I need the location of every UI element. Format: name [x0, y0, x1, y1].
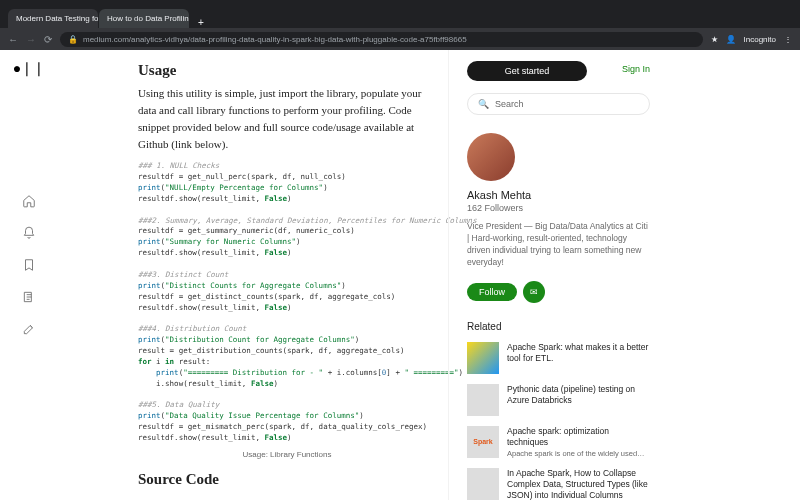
- author-avatar[interactable]: [467, 133, 515, 181]
- address-bar[interactable]: 🔒medium.com/analytics-vidhya/data-profil…: [60, 32, 703, 47]
- related-item[interactable]: SparkApache spark: optimization techniqu…: [467, 426, 650, 458]
- browser-tab-2[interactable]: How to do Data Profiling/Qual…×: [99, 9, 189, 28]
- related-title: Apache Spark: what makes it a better too…: [507, 342, 650, 374]
- lock-icon: 🔒: [68, 35, 78, 44]
- subscribe-icon[interactable]: ✉: [523, 281, 545, 303]
- author-name[interactable]: Akash Mehta: [467, 189, 650, 201]
- get-started-button[interactable]: Get started: [467, 61, 587, 81]
- article-body: Usage Using this utility is simple, just…: [58, 50, 448, 500]
- code-block: ### 1. NULL Checks resultdf = get_null_p…: [138, 161, 436, 444]
- new-tab-button[interactable]: +: [190, 17, 212, 28]
- write-icon[interactable]: [22, 322, 36, 336]
- notifications-icon[interactable]: [22, 226, 36, 240]
- thumbnail-icon: [467, 342, 499, 374]
- related-item[interactable]: Apache Spark: what makes it a better too…: [467, 342, 650, 374]
- related-title: In Apache Spark, How to Collapse Complex…: [507, 468, 650, 500]
- sign-in-link[interactable]: Sign In: [622, 64, 650, 74]
- browser-tab-1[interactable]: Modern Data Testing for PySp…×: [8, 9, 98, 28]
- incognito-icon: 👤: [726, 35, 736, 44]
- browser-tabstrip: Modern Data Testing for PySp…× How to do…: [0, 0, 800, 28]
- search-placeholder: Search: [495, 99, 524, 109]
- follower-count: 162 Followers: [467, 203, 650, 213]
- right-sidebar: Get started Sign In 🔍Search Akash Mehta …: [448, 50, 668, 500]
- search-icon: 🔍: [478, 99, 489, 109]
- related-subtitle: Apache spark is one of the widely used…: [507, 449, 650, 458]
- related-heading: Related: [467, 321, 650, 332]
- heading-source-code: Source Code: [138, 471, 436, 488]
- related-item[interactable]: In Apache Spark, How to Collapse Complex…: [467, 468, 650, 500]
- thumbnail-icon: Spark: [467, 426, 499, 458]
- bookmarks-icon[interactable]: [22, 258, 36, 272]
- lead-paragraph: Using this utility is simple, just impor…: [138, 85, 436, 153]
- heading-usage: Usage: [138, 62, 436, 79]
- extension-icon[interactable]: ★: [711, 35, 718, 44]
- url-text: medium.com/analytics-vidhya/data-profili…: [83, 35, 467, 44]
- search-input[interactable]: 🔍Search: [467, 93, 650, 115]
- thumbnail-icon: [467, 384, 499, 416]
- menu-icon[interactable]: ⋮: [784, 35, 792, 44]
- browser-toolbar: ← → ⟳ 🔒medium.com/analytics-vidhya/data-…: [0, 28, 800, 50]
- thumbnail-icon: [467, 468, 499, 500]
- back-icon[interactable]: ←: [8, 34, 18, 45]
- follow-button[interactable]: Follow: [467, 283, 517, 301]
- medium-logo-icon[interactable]: ●❘❘: [13, 60, 45, 76]
- related-title: Apache spark: optimization techniques: [507, 426, 650, 448]
- incognito-label: Incognito: [744, 35, 776, 44]
- related-item[interactable]: Pythonic data (pipeline) testing on Azur…: [467, 384, 650, 416]
- related-title: Pythonic data (pipeline) testing on Azur…: [507, 384, 650, 416]
- forward-icon[interactable]: →: [26, 34, 36, 45]
- left-rail: ●❘❘: [0, 50, 58, 500]
- tab-title: How to do Data Profiling/Qual…: [107, 14, 189, 23]
- stories-icon[interactable]: [22, 290, 36, 304]
- author-bio: Vice President — Big Data/Data Analytics…: [467, 221, 650, 269]
- home-icon[interactable]: [22, 194, 36, 208]
- tab-title: Modern Data Testing for PySp…: [16, 14, 98, 23]
- reload-icon[interactable]: ⟳: [44, 34, 52, 45]
- code-caption: Usage: Library Functions: [138, 450, 436, 459]
